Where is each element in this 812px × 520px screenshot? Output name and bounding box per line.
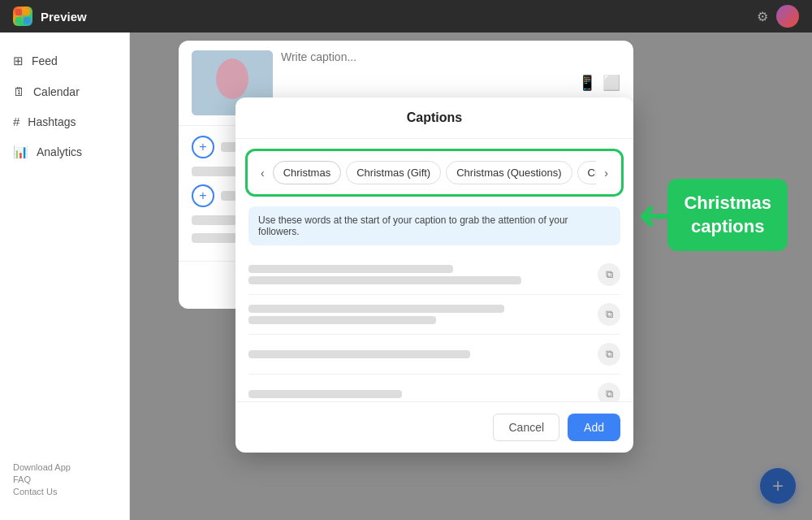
post-modal-icons: 📱 ⬜ — [578, 74, 620, 92]
sidebar-nav: ⊞ Feed 🗓 Calendar # Hashtags 📊 Analytics — [0, 46, 129, 167]
main-layout: ⊞ Feed 🗓 Calendar # Hashtags 📊 Analytics… — [0, 32, 812, 520]
copy-caption-btn[interactable]: ⧉ — [598, 383, 620, 401]
analytics-icon: 📊 — [13, 145, 28, 159]
captions-hint: Use these words at the start of your cap… — [248, 206, 620, 245]
app-logo — [13, 6, 32, 26]
mobile-icon[interactable]: 📱 — [578, 74, 596, 92]
caption-tab-questions[interactable]: Christmas (Questions) — [446, 161, 572, 184]
grid-icon: ⊞ — [13, 54, 24, 68]
top-nav: Preview ⚙ — [0, 0, 812, 32]
tabs-next-arrow[interactable]: › — [601, 163, 611, 183]
caption-item: ⧉ — [248, 255, 620, 295]
sidebar-label-feed: Feed — [32, 54, 58, 67]
caption-line-1 — [248, 350, 470, 358]
caption-tab-christmas[interactable]: Christmas — [273, 161, 342, 184]
sidebar-item-hashtags[interactable]: # Hashtags — [0, 106, 129, 136]
callout-box: Christmas captions — [667, 179, 788, 251]
sidebar-label-analytics: Analytics — [37, 145, 82, 158]
gear-icon[interactable]: ⚙ — [757, 9, 768, 24]
sidebar-item-feed[interactable]: ⊞ Feed — [0, 46, 129, 76]
caption-line-1 — [248, 390, 402, 398]
captions-modal: Captions ‹ Christmas Christmas (Gift) Ch… — [235, 98, 633, 453]
caption-line-1 — [248, 305, 504, 313]
add-hashtag-btn[interactable]: + — [192, 184, 214, 207]
callout-line1: Christmas — [684, 192, 771, 215]
tabs-prev-arrow[interactable]: ‹ — [257, 163, 268, 183]
caption-item: ⧉ — [248, 335, 620, 375]
sidebar-label-calendar: Calendar — [33, 85, 80, 98]
hashtag-icon: # — [13, 115, 19, 128]
caption-text — [248, 390, 590, 398]
caption-text — [248, 350, 590, 358]
copy-caption-btn[interactable]: ⧉ — [598, 343, 620, 366]
sidebar-item-analytics[interactable]: 📊 Analytics — [0, 136, 129, 167]
captions-tabs-wrapper: ‹ Christmas Christmas (Gift) Christmas (… — [245, 149, 624, 197]
callout-line2: captions — [684, 215, 771, 239]
calendar-icon: 🗓 — [13, 84, 25, 98]
caption-line-2 — [248, 316, 436, 324]
captions-modal-footer: Cancel Add — [235, 401, 633, 453]
captions-tabs: Christmas Christmas (Gift) Christmas (Qu… — [273, 161, 597, 184]
avatar[interactable] — [776, 5, 799, 28]
captions-add-button[interactable]: Add — [568, 414, 620, 441]
callout: ➜ Christmas captions — [637, 179, 788, 251]
topnav-right: ⚙ — [757, 5, 799, 28]
caption-line-1 — [248, 265, 453, 273]
download-app-link[interactable]: Download App — [13, 462, 116, 472]
app-title: Preview — [41, 10, 87, 24]
faq-link[interactable]: FAQ — [13, 474, 116, 484]
crop-icon[interactable]: ⬜ — [603, 74, 620, 92]
caption-tab-quotes[interactable]: Christmas (Quotes) — [577, 161, 597, 184]
copy-caption-btn[interactable]: ⧉ — [598, 303, 620, 326]
caption-tab-gift[interactable]: Christmas (Gift) — [346, 161, 441, 184]
caption-item: ⧉ — [248, 375, 620, 401]
add-section-btn[interactable]: + — [192, 136, 214, 158]
topnav-left: Preview — [13, 6, 87, 26]
captions-cancel-button[interactable]: Cancel — [493, 414, 559, 441]
callout-arrow-icon: ➜ — [637, 195, 672, 236]
sidebar: ⊞ Feed 🗓 Calendar # Hashtags 📊 Analytics… — [0, 32, 130, 520]
caption-text — [248, 305, 590, 324]
sidebar-label-hashtags: Hashtags — [28, 115, 76, 128]
content-area: 📱 ⬜ + + — [130, 32, 812, 520]
sidebar-item-calendar[interactable]: 🗓 Calendar — [0, 76, 129, 106]
copy-caption-btn[interactable]: ⧉ — [598, 263, 620, 286]
sidebar-footer: Download App FAQ Contact Us — [0, 454, 129, 507]
caption-item: ⧉ — [248, 295, 620, 335]
caption-line-2 — [248, 276, 521, 284]
contact-link[interactable]: Contact Us — [13, 487, 116, 496]
captions-title: Captions — [235, 98, 633, 139]
caption-text — [248, 265, 590, 284]
captions-list: ⧉ ⧉ ⧉ — [235, 255, 633, 401]
